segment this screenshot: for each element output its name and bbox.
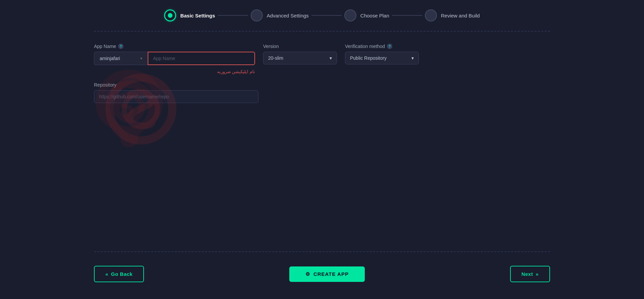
step-label-review-and-build: Review and Build — [441, 13, 480, 18]
form-row-1: App Name ? aminjafari ▾ نام اپلیکیشن ضرو… — [94, 44, 550, 74]
stepper: Basic Settings Advanced Settings Choose … — [0, 0, 644, 31]
version-value: 20-slim — [268, 55, 283, 61]
bottom-divider — [94, 251, 550, 252]
version-select[interactable]: 20-slim ▾ — [263, 52, 337, 64]
step-circle-review-and-build — [425, 9, 437, 21]
verification-value: Public Repository — [350, 55, 387, 61]
app-name-group: App Name ? aminjafari ▾ نام اپلیکیشن ضرو… — [94, 44, 255, 74]
verification-select[interactable]: Public Repository ▾ — [345, 52, 419, 64]
go-back-button[interactable]: « Go Back — [94, 266, 144, 282]
gear-icon: ⚙ — [305, 271, 310, 277]
verification-chevron-icon: ▾ — [411, 55, 414, 61]
step-advanced-settings[interactable]: Advanced Settings — [251, 9, 309, 21]
repo-group: Repository — [94, 82, 550, 103]
username-chevron-icon: ▾ — [140, 56, 142, 61]
app-name-row: aminjafari ▾ — [94, 52, 255, 65]
step-label-basic-settings: Basic Settings — [180, 13, 215, 18]
go-back-arrows-icon: « — [105, 271, 108, 277]
bottom-bar: « Go Back ⚙ CREATE APP Next » — [94, 266, 550, 282]
step-basic-settings[interactable]: Basic Settings — [164, 9, 215, 21]
next-arrows-icon: » — [536, 271, 539, 277]
next-button[interactable]: Next » — [510, 266, 550, 282]
repo-label: Repository — [94, 82, 550, 88]
app-name-input[interactable] — [148, 52, 255, 65]
step-circle-choose-plan — [344, 9, 356, 21]
step-choose-plan[interactable]: Choose Plan — [344, 9, 389, 21]
repo-input[interactable] — [94, 90, 258, 103]
main-content: App Name ? aminjafari ▾ نام اپلیکیشن ضرو… — [0, 32, 644, 103]
step-circle-advanced-settings — [251, 9, 263, 21]
step-connector-3 — [392, 15, 422, 16]
step-label-choose-plan: Choose Plan — [360, 13, 389, 18]
step-connector-2 — [311, 15, 342, 16]
version-group: Version 20-slim ▾ — [263, 44, 337, 64]
step-circle-basic-settings — [164, 9, 176, 21]
verification-label: Verification method ? — [345, 44, 419, 49]
username-value: aminjafari — [100, 56, 120, 61]
step-connector-1 — [218, 15, 248, 16]
step-label-advanced-settings: Advanced Settings — [267, 13, 309, 18]
version-chevron-icon: ▾ — [330, 55, 332, 61]
verification-group: Verification method ? Public Repository … — [345, 44, 419, 64]
username-selector[interactable]: aminjafari ▾ — [94, 52, 148, 65]
app-name-validation-error: نام اپلیکیشن ضروریه — [94, 69, 255, 74]
create-app-button[interactable]: ⚙ CREATE APP — [289, 266, 365, 282]
step-review-and-build[interactable]: Review and Build — [425, 9, 480, 21]
verification-help-icon[interactable]: ? — [387, 44, 392, 49]
app-name-help-icon[interactable]: ? — [118, 44, 123, 49]
version-label: Version — [263, 44, 337, 49]
app-name-label: App Name ? — [94, 44, 255, 49]
